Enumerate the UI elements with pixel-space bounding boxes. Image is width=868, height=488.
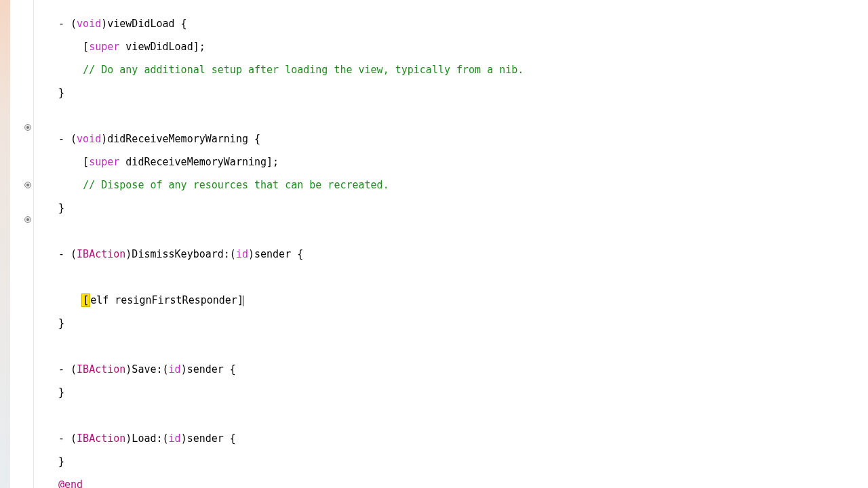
code-line[interactable]: [super didReceiveMemoryWarning]; bbox=[58, 157, 868, 168]
code-editor[interactable]: - (void)viewDidLoad { [super viewDidLoad… bbox=[34, 0, 868, 488]
code-line[interactable]: @end bbox=[58, 479, 868, 488]
code-line[interactable] bbox=[58, 226, 868, 237]
code-line[interactable]: } bbox=[58, 456, 868, 468]
code-line[interactable]: } bbox=[58, 318, 868, 329]
code-line[interactable]: - (IBAction)DismissKeyboard:(id)sender { bbox=[58, 249, 868, 260]
code-line[interactable]: - (IBAction)Load:(id)sender { bbox=[58, 433, 868, 445]
code-line[interactable] bbox=[58, 341, 868, 352]
editor-gutter[interactable] bbox=[10, 0, 34, 488]
code-line[interactable]: - (void)didReceiveMemoryWarning { bbox=[58, 134, 868, 145]
code-line[interactable]: [super viewDidLoad]; bbox=[58, 41, 868, 53]
code-line[interactable]: - (IBAction)Save:(id)sender { bbox=[58, 364, 868, 375]
action-connector-icon[interactable] bbox=[24, 216, 31, 223]
text-cursor bbox=[243, 296, 243, 306]
code-line[interactable]: - (void)viewDidLoad { bbox=[58, 18, 868, 30]
code-line[interactable] bbox=[58, 110, 868, 122]
code-line[interactable]: [elf resignFirstResponder] bbox=[58, 295, 868, 306]
action-connector-icon[interactable] bbox=[24, 124, 31, 131]
autocomplete-highlight: [ bbox=[81, 293, 90, 307]
code-line[interactable] bbox=[58, 272, 868, 283]
code-line[interactable]: // Do any additional setup after loading… bbox=[58, 64, 868, 76]
code-line[interactable]: } bbox=[58, 203, 868, 214]
window-edge-strip bbox=[0, 0, 10, 488]
code-line[interactable]: // Dispose of any resources that can be … bbox=[58, 180, 868, 191]
action-connector-icon[interactable] bbox=[24, 182, 31, 188]
code-line[interactable]: } bbox=[58, 87, 868, 99]
code-line[interactable] bbox=[58, 410, 868, 422]
code-line[interactable]: } bbox=[58, 387, 868, 399]
